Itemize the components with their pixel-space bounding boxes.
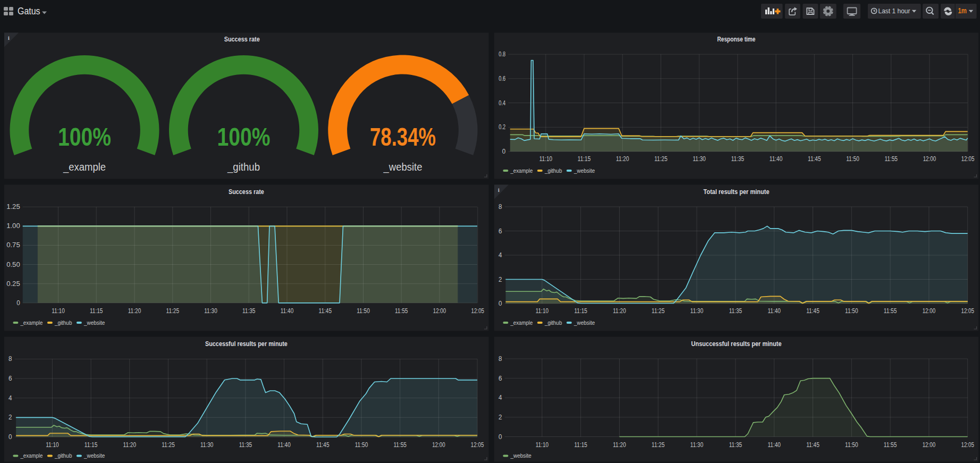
- svg-text:2: 2: [9, 414, 12, 421]
- svg-text:11:45: 11:45: [806, 441, 820, 449]
- svg-text:Success rate: Success rate: [229, 188, 264, 196]
- svg-text:11:20: 11:20: [613, 307, 626, 315]
- svg-text:12:05: 12:05: [471, 441, 484, 449]
- svg-text:11:50: 11:50: [357, 307, 370, 315]
- svg-text:12:00: 12:00: [433, 307, 446, 315]
- svg-text:0: 0: [499, 300, 502, 307]
- svg-text:11:50: 11:50: [845, 307, 858, 315]
- svg-text:11:35: 11:35: [242, 307, 256, 315]
- svg-text:11:30: 11:30: [200, 441, 214, 449]
- svg-text:_github: _github: [54, 452, 72, 459]
- svg-text:6: 6: [9, 375, 12, 382]
- svg-text:0.2: 0.2: [499, 123, 505, 131]
- svg-text:11:55: 11:55: [395, 307, 408, 315]
- svg-text:11:10: 11:10: [539, 155, 553, 163]
- svg-text:Unsuccessful results per minut: Unsuccessful results per minute: [691, 340, 782, 348]
- svg-text:i: i: [498, 187, 500, 193]
- svg-text:11:30: 11:30: [204, 307, 217, 315]
- svg-text:0: 0: [16, 299, 20, 307]
- svg-text:i: i: [8, 35, 10, 41]
- svg-text:11:45: 11:45: [319, 307, 332, 315]
- svg-text:11:10: 11:10: [46, 441, 59, 449]
- svg-text:11:25: 11:25: [162, 441, 175, 449]
- svg-text:_github: _github: [544, 319, 562, 326]
- svg-text:_github: _github: [227, 161, 260, 173]
- svg-text:0.50: 0.50: [6, 261, 20, 268]
- svg-text:11:35: 11:35: [729, 441, 742, 449]
- svg-text:11:20: 11:20: [616, 155, 629, 163]
- svg-text:_example: _example: [510, 319, 533, 326]
- svg-text:12:05: 12:05: [471, 307, 485, 315]
- svg-text:_website: _website: [83, 319, 105, 326]
- svg-text:11:50: 11:50: [355, 441, 368, 449]
- svg-text:Last 1 hour: Last 1 hour: [878, 7, 911, 15]
- svg-text:11:15: 11:15: [574, 307, 587, 315]
- svg-text:11:55: 11:55: [393, 441, 407, 449]
- svg-text:0: 0: [499, 433, 502, 441]
- svg-text:2: 2: [499, 414, 502, 421]
- svg-text:6: 6: [499, 375, 502, 382]
- svg-text:11:25: 11:25: [652, 307, 665, 315]
- svg-text:11:45: 11:45: [806, 307, 820, 315]
- svg-text:_website: _website: [573, 319, 595, 326]
- svg-text:0: 0: [502, 148, 506, 155]
- svg-text:Success rate: Success rate: [224, 35, 260, 43]
- svg-text:11:55: 11:55: [884, 307, 897, 315]
- svg-text:11:15: 11:15: [85, 441, 98, 449]
- svg-text:11:15: 11:15: [90, 307, 103, 315]
- svg-text:11:45: 11:45: [808, 155, 821, 163]
- svg-text:11:40: 11:40: [767, 307, 781, 315]
- svg-text:1m: 1m: [958, 7, 967, 15]
- svg-text:_website: _website: [573, 167, 595, 174]
- svg-text:11:50: 11:50: [846, 155, 859, 163]
- svg-text:12:05: 12:05: [961, 307, 974, 315]
- svg-text:0.25: 0.25: [6, 280, 20, 288]
- svg-text:Response time: Response time: [717, 35, 756, 43]
- svg-text:12:05: 12:05: [961, 441, 974, 449]
- svg-text:11:35: 11:35: [239, 441, 252, 449]
- svg-text:78.34%: 78.34%: [370, 123, 436, 151]
- svg-text:12:00: 12:00: [923, 307, 936, 315]
- svg-text:_github: _github: [54, 319, 72, 326]
- svg-text:11:20: 11:20: [123, 441, 137, 449]
- svg-text:11:20: 11:20: [613, 441, 626, 449]
- svg-text:11:45: 11:45: [316, 441, 330, 449]
- svg-text:_example: _example: [20, 452, 43, 459]
- svg-text:11:15: 11:15: [578, 155, 591, 163]
- svg-text:2: 2: [499, 276, 502, 283]
- svg-text:11:40: 11:40: [767, 441, 781, 449]
- svg-text:1.00: 1.00: [6, 222, 20, 230]
- svg-text:11:25: 11:25: [166, 307, 180, 315]
- svg-text:1.25: 1.25: [6, 203, 20, 211]
- svg-text:12:00: 12:00: [923, 155, 936, 163]
- svg-text:0: 0: [9, 433, 12, 441]
- svg-text:100%: 100%: [217, 123, 271, 151]
- svg-text:4: 4: [499, 394, 502, 401]
- svg-text:_example: _example: [63, 161, 106, 173]
- svg-text:11:10: 11:10: [536, 307, 549, 315]
- svg-text:11:25: 11:25: [654, 155, 668, 163]
- svg-text:11:10: 11:10: [52, 307, 65, 315]
- svg-text:12:00: 12:00: [923, 441, 936, 449]
- svg-text:8: 8: [499, 203, 502, 211]
- svg-text:_website: _website: [83, 452, 105, 459]
- svg-text:11:35: 11:35: [731, 155, 745, 163]
- svg-text:6: 6: [499, 228, 502, 235]
- svg-text:8: 8: [499, 355, 502, 363]
- svg-text:8: 8: [9, 355, 12, 363]
- svg-text:11:55: 11:55: [884, 441, 897, 449]
- svg-text:11:15: 11:15: [574, 441, 587, 449]
- svg-text:11:20: 11:20: [128, 307, 141, 315]
- svg-text:_example: _example: [20, 319, 43, 326]
- svg-text:0.8: 0.8: [499, 50, 505, 58]
- svg-text:4: 4: [9, 394, 12, 402]
- svg-text:Total results per minute: Total results per minute: [704, 188, 770, 196]
- svg-text:11:40: 11:40: [281, 307, 294, 315]
- svg-text:11:10: 11:10: [536, 441, 549, 449]
- svg-text:12:05: 12:05: [961, 155, 975, 163]
- svg-text:0.75: 0.75: [6, 241, 20, 249]
- svg-text:11:40: 11:40: [277, 441, 291, 449]
- svg-text:11:35: 11:35: [729, 307, 742, 315]
- svg-text:11:30: 11:30: [690, 307, 704, 315]
- svg-text:11:55: 11:55: [884, 155, 898, 163]
